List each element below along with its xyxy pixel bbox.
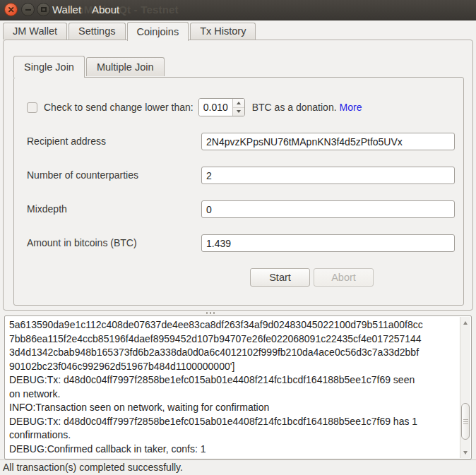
subtab-single-join[interactable]: Single Join	[13, 56, 85, 78]
minimize-icon	[25, 9, 31, 11]
donation-checkbox[interactable]	[27, 102, 37, 113]
log-line: on network.	[9, 387, 456, 402]
recipient-address-input[interactable]	[201, 133, 455, 150]
abort-button[interactable]: Abort	[314, 268, 374, 287]
more-link[interactable]: More	[340, 102, 362, 113]
titlebar: ✕ JoinMarketQt - Testnet Wallet About	[0, 0, 476, 20]
tab-jm-wallet[interactable]: JM Wallet	[3, 23, 67, 40]
join-subtabbar: Single Join Multiple Join	[13, 55, 166, 77]
recipient-address-label: Recipient address	[27, 133, 106, 150]
single-join-pane: Check to send change lower than: BTC as …	[13, 77, 464, 306]
log-line: 7bb86ea115f2e4ccb85196f4daef8959452d107b…	[9, 332, 456, 347]
maximize-icon	[41, 7, 47, 12]
log-line: DEBUG:Tx: d48d0c04ff7997f2858be1efc015ab…	[9, 373, 456, 387]
subtab-multiple-join[interactable]: Multiple Join	[86, 57, 165, 76]
start-button[interactable]: Start	[250, 268, 310, 287]
arrow-down-icon	[237, 110, 241, 113]
coinjoins-pane: Single Join Multiple Join Check to send …	[3, 40, 473, 311]
donation-checkbox-label: Check to send change lower than:	[44, 102, 194, 113]
log-line: INFO:Transaction seen on network, waitin…	[9, 401, 456, 415]
donation-row: Check to send change lower than: BTC as …	[27, 98, 362, 116]
scroll-up-icon	[463, 321, 468, 325]
log-line: 90102bc23f046c992962d51967b484d110000000…	[9, 360, 456, 374]
counterparties-input[interactable]	[201, 167, 455, 184]
app-window: ✕ JoinMarketQt - Testnet Wallet About JM…	[0, 0, 476, 475]
mixdepth-label: Mixdepth	[27, 200, 67, 218]
donation-spinbox	[198, 98, 245, 116]
main-tabbar: JM Wallet Settings Coinjoins Tx History	[3, 21, 257, 40]
spin-up-button[interactable]	[233, 99, 244, 108]
scroll-down-button[interactable]	[460, 447, 470, 457]
tab-coinjoins[interactable]: Coinjoins	[127, 22, 189, 41]
donation-suffix-text: BTC as a donation.	[252, 102, 337, 113]
splitter-handle[interactable]	[206, 312, 215, 314]
minimize-button[interactable]	[21, 3, 35, 16]
close-icon: ✕	[7, 6, 14, 14]
spin-down-button[interactable]	[233, 108, 244, 116]
log-line: 5a613590da9e1c112c408de07637de4ee83ca8df…	[9, 318, 456, 332]
tab-tx-history[interactable]: Tx History	[190, 23, 256, 40]
scrollbar-thumb[interactable]	[461, 403, 470, 440]
maximize-button[interactable]	[37, 3, 50, 16]
menu-wallet[interactable]: Wallet	[52, 0, 81, 20]
statusbar: All transaction(s) completed successfull…	[0, 459, 476, 475]
mixdepth-input[interactable]	[201, 200, 455, 218]
scroll-up-button[interactable]	[460, 318, 470, 327]
amount-btc-label: Amount in bitcoins (BTC)	[27, 234, 137, 252]
log-line: confirmations.	[9, 428, 456, 443]
menu-about[interactable]: About	[92, 0, 119, 20]
donation-suffix: BTC as a donation.More	[252, 102, 362, 113]
log-textarea[interactable]: 5a613590da9e1c112c408de07637de4ee83ca8df…	[4, 315, 472, 459]
log-line: DEBUG:Confirmed callback in taker, confs…	[9, 443, 456, 457]
tab-settings[interactable]: Settings	[69, 23, 125, 40]
close-button[interactable]: ✕	[4, 3, 18, 16]
log-line: 3d4d1342cbab948b165373fd6b2a338da0d0a6c4…	[9, 346, 456, 360]
spin-buttons	[232, 99, 244, 116]
log-scrollbar[interactable]	[460, 317, 470, 458]
log-line: DEBUG:Tx: d48d0c04ff7997f2858be1efc015ab…	[9, 415, 456, 429]
counterparties-label: Number of counterparties	[27, 167, 138, 184]
donation-amount-input[interactable]	[199, 99, 232, 116]
scroll-down-icon	[463, 451, 468, 455]
arrow-up-icon	[237, 102, 241, 104]
status-text: All transaction(s) completed successfull…	[3, 462, 183, 473]
amount-btc-input[interactable]	[201, 234, 455, 252]
